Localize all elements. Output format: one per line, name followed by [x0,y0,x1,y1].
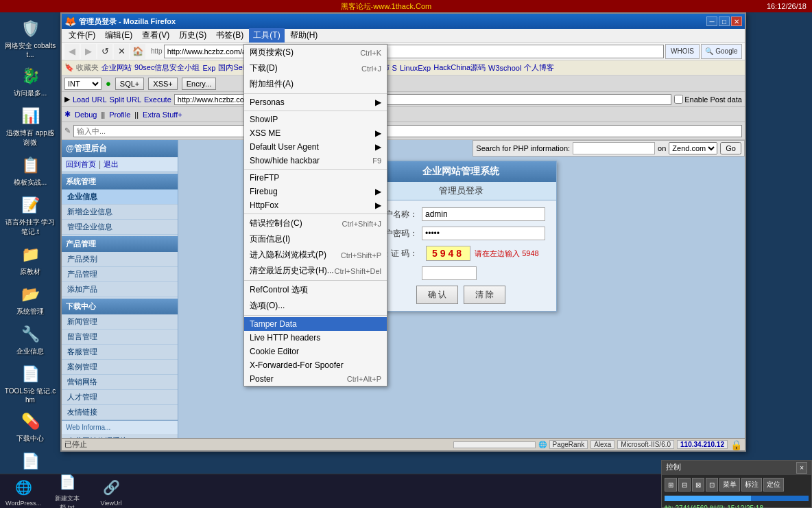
desktop-icon-3[interactable]: 📋模板实战... [3,152,58,190]
extra-stuff-link[interactable]: Extra Stuff+ [143,111,182,119]
forward-button[interactable]: ▶ [81,44,96,59]
hackbar-text-input[interactable] [73,125,742,137]
sidebar-messages[interactable]: 留言管理 [62,330,178,345]
sidebar-marketing[interactable]: 营销网络 [62,375,178,390]
menu-xssme[interactable]: XSS ME ▶ [244,126,387,140]
menu-download[interactable]: 下载(D) Ctrl+J [244,60,387,76]
reset-button[interactable]: 清 除 [464,286,505,304]
split-url-link[interactable]: Split URL [110,95,141,104]
menu-poster[interactable]: Poster Ctrl+Alt+P [244,372,387,386]
back-button[interactable]: ◀ [64,44,80,59]
debug-link[interactable]: Debug [75,111,97,119]
menu-private[interactable]: 进入隐私浏览模式(P) Ctrl+Shift+P [244,247,387,263]
close-button[interactable]: ✕ [731,16,742,26]
sidebar-product-manage[interactable]: 产品管理 [62,267,178,282]
taskbar-newfile[interactable]: 📄 新建文本档.txt [47,471,88,509]
desktop-icon-9[interactable]: 💊下载中心 [3,408,58,446]
menu-showip[interactable]: ShowIP [244,113,387,126]
bookmark-exp[interactable]: Exp [202,64,215,72]
sidebar-product-category[interactable]: 产品类别 [62,252,178,267]
sidebar-web-system[interactable]: 企业网站管理系统 [62,434,178,438]
desktop-icon-0[interactable]: 🛡️网络安全 cobaltst... [3,15,58,61]
ctrl-annotate-btn[interactable]: 标注 [741,478,762,492]
sidebar-add-product[interactable]: 添加产品 [62,282,178,297]
menu-help[interactable]: 帮助(H) [286,28,322,43]
menu-addons[interactable]: 附加组件(A) [244,76,387,92]
bookmark-blog[interactable]: 个人博客 [524,62,554,73]
go-button[interactable]: Go [720,142,741,154]
desktop-icon-8[interactable]: 📄TOOLS论 笔记.chm [3,360,58,406]
sql-button[interactable]: SQL+ [115,78,144,90]
menu-clearhistory[interactable]: 清空最近历史记录(H)... Ctrl+Shift+Del [244,263,387,279]
nav-home[interactable]: 回到首页 [66,159,96,170]
ctrl-btn-3[interactable]: ⊠ [692,478,704,492]
menu-history[interactable]: 历史(S) [175,28,211,43]
menu-firebug[interactable]: Firebug ▶ [244,185,387,198]
bookmark-qiyewangzhan[interactable]: 企业网站 [102,62,132,73]
enable-post-checkbox[interactable] [674,95,683,104]
sidebar-hr[interactable]: 人才管理 [62,390,178,405]
search-button[interactable]: 🔍 Google [701,44,742,59]
menu-hackbar[interactable]: Show/hide hackbar F9 [244,154,387,168]
load-url-link[interactable]: Load URL [73,95,107,104]
menu-fireftp[interactable]: FireFTP [244,171,387,185]
ctrl-locate-btn[interactable]: 定位 [763,478,784,492]
sidebar-enterprise-info[interactable]: 企业信息 [62,189,178,205]
menu-file[interactable]: 文件(F) [64,28,99,43]
bookmark-s[interactable]: S [392,64,397,72]
stop-button[interactable]: ✕ [114,44,129,59]
confirm-button[interactable]: 确 认 [416,286,458,304]
menu-edit[interactable]: 编辑(E) [101,28,136,43]
desktop-icon-6[interactable]: 📂系统管理 [3,281,58,319]
username-input[interactable] [422,207,545,221]
nav-logout[interactable]: 退出 [104,159,119,170]
php-search-input[interactable] [573,142,655,154]
bookmark-hackchina[interactable]: HackChina源码 [433,62,486,73]
sidebar-manage-enterprise[interactable]: 管理企业信息 [62,220,178,235]
sidebar-links[interactable]: 友情链接 [62,405,178,420]
search-site-select[interactable]: Zend.com [669,142,717,154]
desktop-icon-2[interactable]: 📊迅微博百 app感谢微 [3,102,58,150]
maximize-button[interactable]: □ [719,16,730,26]
ctrl-btn-1[interactable]: ⊞ [665,478,677,492]
reload-button[interactable]: ↺ [97,44,112,59]
sidebar-customer[interactable]: 客服管理 [62,345,178,360]
control-close-button[interactable]: × [796,462,807,474]
ctrl-menu-btn[interactable]: 菜单 [719,478,740,492]
encoding-select[interactable]: INT UTF-8 [64,78,102,90]
menu-refcontrol[interactable]: RefControl 选项 [244,282,387,298]
menu-pageinfo[interactable]: 页面信息(I) [244,231,387,247]
menu-tamperdata[interactable]: Tamper Data [244,317,387,331]
ctrl-btn-2[interactable]: ⊟ [678,478,691,492]
taskbar-viewurl[interactable]: 🔗 ViewUrl [91,476,132,507]
menu-options[interactable]: 选项(O)... [244,298,387,314]
desktop-icon-4[interactable]: 📝语言外挂字 学习笔记.t [3,192,58,240]
encrypt-button[interactable]: Encry... [182,78,216,90]
sidebar-add-enterprise[interactable]: 新增企业信息 [62,205,178,220]
sidebar-news[interactable]: 新闻管理 [62,314,178,330]
xss-button[interactable]: XSS+ [148,78,177,90]
menu-personas[interactable]: Personas ▶ [244,95,387,109]
password-input[interactable] [422,227,545,240]
menu-websearch[interactable]: 网页搜索(S) Ctrl+K [244,45,387,60]
execute-link[interactable]: Execute [144,95,171,104]
menu-view[interactable]: 查看(V) [138,28,174,43]
menu-httpfox[interactable]: HttpFox ▶ [244,198,387,212]
url-input[interactable] [164,45,664,58]
menu-useragent[interactable]: Default User Agent ▶ [244,140,387,154]
menu-console[interactable]: 错误控制台(C) Ctrl+Shift+J [244,216,387,231]
captcha-input[interactable] [422,266,477,280]
whois-button[interactable]: WHOIS [665,44,700,59]
taskbar-wordpress[interactable]: 🌐 WordPress... [3,476,44,507]
ctrl-btn-4[interactable]: ⊡ [706,478,718,492]
menu-xforwarded[interactable]: X-Forwarded-For Spoofer [244,358,387,372]
menu-bookmarks[interactable]: 书签(B) [212,28,248,43]
menu-tools[interactable]: 工具(T) [249,28,284,43]
bookmark-linuxexp[interactable]: LinuxExp [400,64,431,72]
sidebar-cases[interactable]: 案例管理 [62,360,178,375]
bookmark-90sec[interactable]: 90sec信息安全小组 [134,62,200,73]
bookmark-w3school[interactable]: W3school [488,64,521,72]
menu-livehttp[interactable]: Live HTTP headers [244,331,387,345]
minimize-button[interactable]: ─ [706,16,717,26]
desktop-icon-1[interactable]: 🐉访问最多... [3,62,58,101]
